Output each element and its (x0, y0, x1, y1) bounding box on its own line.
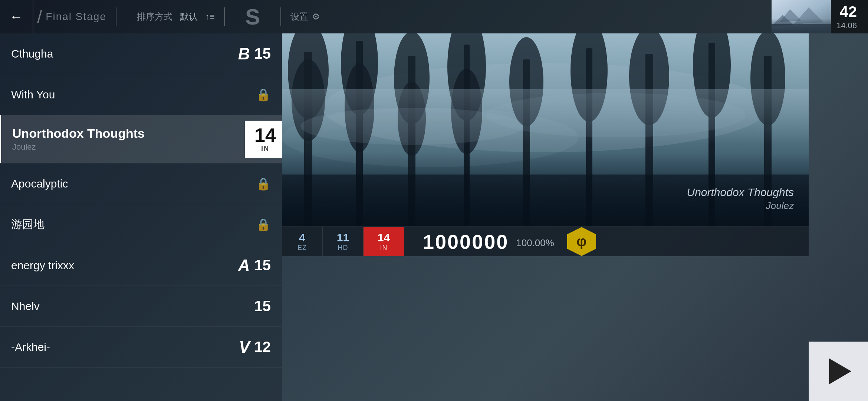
song-title: Apocalyptic (11, 177, 256, 190)
sort-label: 排序方式 (137, 11, 172, 23)
song-artwork: Unorthodox Thoughts Joulez (282, 33, 809, 226)
list-item[interactable]: Nhelv 15 (0, 286, 282, 327)
profile-widget: 42 14.06 (772, 0, 868, 33)
lock-icon: 🔒 (256, 177, 271, 191)
score-value: 1000000 (423, 230, 509, 253)
song-artist: Joulez (12, 142, 271, 152)
artwork-artist: Joulez (687, 200, 794, 212)
song-list: Cthugha B 15 With You 🔒 Unorthodox Thoug… (0, 33, 282, 401)
svg-rect-4 (772, 24, 831, 33)
song-title: 游园地 (11, 217, 256, 232)
difficulty-tab-hd[interactable]: 11 HD (323, 227, 364, 256)
difficulty-badge: 🔒 (256, 88, 271, 102)
song-title: Nhelv (11, 300, 254, 313)
play-button[interactable] (809, 342, 868, 401)
profile-level: 42 (839, 3, 857, 21)
play-icon (829, 358, 851, 384)
score-section: 1000000 100.00% φ (404, 227, 809, 256)
ez-label: EZ (297, 244, 307, 252)
phi-hexagon: φ (567, 227, 596, 256)
diff-letter: V (239, 338, 250, 356)
artwork-song-name: Unorthodox Thoughts (687, 185, 794, 200)
bottom-bar: 4 EZ 11 HD 14 IN 1000000 100.00% φ (282, 226, 809, 256)
svg-point-33 (486, 93, 746, 137)
diff-letter: B (238, 45, 250, 63)
hd-label: HD (338, 244, 348, 252)
song-name-block: With You (11, 88, 256, 101)
difficulty-tab-ez[interactable]: 4 EZ (282, 227, 323, 256)
settings-section: 设置 ⚙ (290, 11, 320, 23)
page-title: Final Stage (46, 11, 106, 23)
diff-number: 15 (254, 45, 271, 62)
difficulty-badge: A 15 (238, 256, 271, 275)
sort-section: 排序方式 默认 ↑≡ (137, 11, 215, 23)
slash-divider: / (37, 7, 42, 27)
song-title: -Arkhei- (11, 341, 239, 353)
hd-number: 11 (337, 231, 349, 244)
ez-number: 4 (299, 231, 305, 244)
list-item[interactable]: Cthugha B 15 (0, 33, 282, 74)
list-item[interactable]: energy trixxx A 15 (0, 245, 282, 286)
difficulty-badge: V 12 (239, 338, 271, 356)
difficulty-badge: 🔒 (256, 177, 271, 191)
settings-icon[interactable]: ⚙ (312, 12, 320, 22)
song-title: Cthugha (11, 48, 238, 60)
song-name-block: Nhelv (11, 300, 254, 313)
difficulty-badge: 15 (254, 298, 271, 314)
song-title: With You (11, 88, 256, 101)
list-item[interactable]: 游园地 🔒 (0, 204, 282, 245)
score-percent: 100.00% (516, 237, 554, 249)
main-content: Unorthodox Thoughts Joulez 4 EZ 11 HD 14… (282, 33, 868, 401)
in-label: IN (380, 244, 388, 252)
list-item[interactable]: Apocalyptic 🔒 (0, 163, 282, 204)
song-name-block: Apocalyptic (11, 177, 256, 190)
artwork-overlay: Unorthodox Thoughts Joulez (687, 185, 794, 212)
profile-points: 14.06 (836, 21, 857, 30)
phi-badge: φ (567, 227, 596, 256)
topbar-controls: 排序方式 默认 ↑≡ S 设置 ⚙ (106, 4, 320, 30)
lock-icon: 🔒 (256, 218, 271, 232)
song-title: energy trixxx (11, 259, 238, 272)
sort-value[interactable]: 默认 (180, 11, 198, 23)
song-title: Unorthodox Thoughts (12, 126, 271, 141)
diff-number: 12 (254, 339, 271, 355)
selected-diff-number: 14 (254, 125, 276, 145)
selected-diff-label: IN (261, 145, 269, 153)
topbar-s: S (245, 4, 260, 30)
song-name-block: -Arkhei- (11, 341, 239, 353)
list-item[interactable]: -Arkhei- V 12 (0, 327, 282, 368)
in-number: 14 (378, 231, 390, 244)
selected-diff-box: 14 IN (245, 121, 282, 158)
topbar: ← / Final Stage 排序方式 默认 ↑≡ S 设置 ⚙ (0, 0, 868, 33)
divider2 (224, 7, 225, 26)
divider (116, 7, 116, 26)
difficulty-tab-in[interactable]: 14 IN (364, 227, 404, 256)
difficulty-badge: 🔒 (256, 218, 271, 232)
list-item-selected[interactable]: Unorthodox Thoughts Joulez 14 IN (0, 115, 282, 163)
lock-icon: 🔒 (256, 88, 271, 102)
back-button[interactable]: ← (0, 0, 33, 33)
list-item[interactable]: With You 🔒 (0, 74, 282, 115)
diff-number: 15 (254, 257, 271, 274)
profile-image (772, 0, 831, 33)
song-name-block: Cthugha (11, 48, 238, 60)
diff-letter: A (238, 256, 250, 275)
song-name-block: 游园地 (11, 217, 256, 232)
divider3 (280, 7, 281, 26)
diff-number: 15 (254, 298, 271, 314)
settings-label: 设置 (290, 11, 308, 23)
profile-info: 42 14.06 (831, 3, 862, 30)
song-name-block: Unorthodox Thoughts Joulez (12, 126, 271, 152)
difficulty-badge: B 15 (238, 45, 271, 63)
sort-icon[interactable]: ↑≡ (205, 12, 215, 22)
back-icon: ← (10, 9, 23, 25)
phi-symbol: φ (576, 234, 586, 250)
song-name-block: energy trixxx (11, 259, 238, 272)
